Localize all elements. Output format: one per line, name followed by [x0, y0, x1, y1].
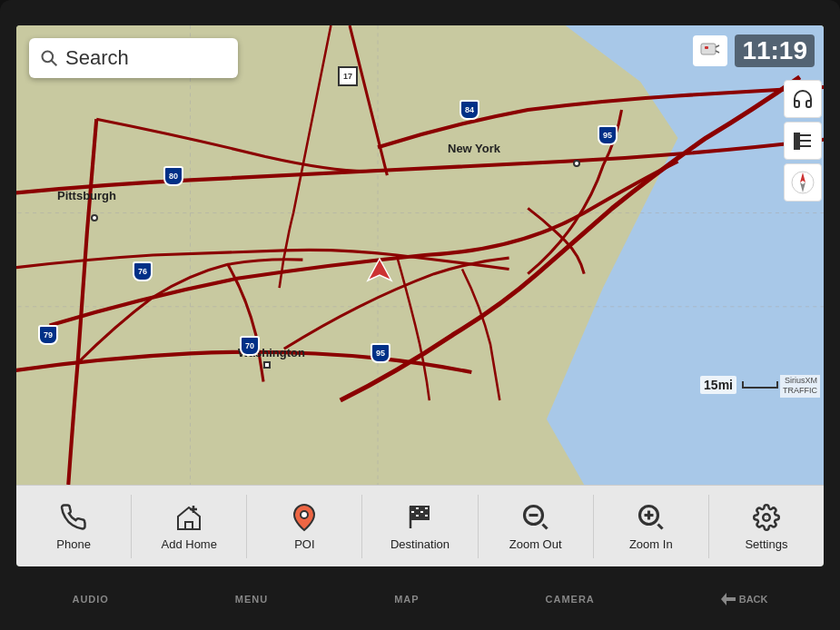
add-home-icon — [173, 501, 205, 534]
add-home-label: Add Home — [162, 537, 217, 551]
traffic-icon-box — [693, 35, 727, 66]
washington-marker — [263, 361, 271, 369]
poi-button[interactable]: POI — [247, 496, 361, 556]
svg-rect-37 — [424, 514, 429, 517]
siriusxm-label: SiriusXM TRAFFIC — [780, 375, 820, 398]
zoom-out-label: Zoom Out — [509, 537, 562, 551]
camera-button[interactable]: CAMERA — [546, 594, 595, 605]
svg-line-12 — [716, 51, 719, 53]
svg-point-7 — [43, 52, 54, 63]
svg-line-44 — [657, 525, 662, 529]
menu-button[interactable]: MENU — [235, 594, 268, 605]
zoom-in-label: Zoom In — [629, 537, 673, 551]
svg-rect-17 — [795, 139, 799, 143]
svg-rect-9 — [701, 44, 716, 54]
menu-list-button[interactable] — [784, 122, 822, 160]
search-bar[interactable]: Search — [29, 38, 238, 78]
clock-display: 11:19 — [735, 34, 815, 67]
svg-marker-46 — [721, 593, 736, 605]
settings-label: Settings — [745, 537, 787, 551]
settings-button[interactable]: Settings — [709, 496, 824, 556]
destination-icon — [403, 501, 436, 534]
back-button[interactable]: BACK — [721, 593, 768, 605]
headset-button[interactable] — [784, 80, 822, 118]
siriusxm-text: SiriusXM TRAFFIC — [780, 375, 820, 398]
svg-line-11 — [716, 45, 719, 47]
phone-label: Phone — [56, 537, 91, 551]
map-area[interactable]: Pittsburgh New York Washington 80 76 79 — [16, 25, 824, 485]
svg-point-24 — [301, 511, 308, 518]
settings-icon — [750, 501, 783, 534]
map-button[interactable]: MAP — [394, 594, 419, 605]
destination-button[interactable]: Destination — [362, 496, 477, 556]
scale-indicator: 15mi — [700, 376, 778, 394]
poi-label: POI — [294, 537, 314, 551]
zoom-out-icon — [519, 501, 552, 534]
zoom-in-button[interactable]: Zoom In — [594, 496, 708, 556]
zoom-out-button[interactable]: Zoom Out — [479, 496, 593, 556]
svg-point-45 — [763, 514, 770, 521]
compass-button[interactable] — [784, 163, 822, 202]
svg-rect-16 — [795, 133, 799, 138]
svg-line-8 — [52, 61, 57, 66]
navigation-screen: Pittsburgh New York Washington 80 76 79 — [16, 25, 824, 566]
phone-icon — [57, 501, 90, 534]
audio-button[interactable]: AUDIO — [72, 594, 108, 605]
outer-bezel: Pittsburgh New York Washington 80 76 79 — [0, 0, 840, 630]
back-arrow-icon — [721, 593, 736, 605]
scale-text: 15mi — [700, 376, 736, 394]
svg-rect-10 — [705, 46, 708, 49]
search-label: Search — [65, 46, 129, 70]
bottom-toolbar: Phone Add Home — [16, 485, 824, 566]
destination-label: Destination — [390, 537, 450, 551]
pittsburgh-marker — [91, 214, 98, 221]
zoom-in-icon — [635, 501, 667, 534]
clock-area: 11:19 — [693, 34, 815, 67]
scale-bar — [742, 381, 778, 389]
right-panel — [784, 80, 822, 202]
traffic-icon — [699, 43, 721, 59]
bottom-strip: AUDIO MENU MAP CAMERA BACK — [0, 568, 840, 630]
poi-icon — [288, 501, 321, 534]
add-home-button[interactable]: Add Home — [132, 496, 246, 556]
svg-line-40 — [542, 525, 547, 529]
search-icon — [40, 49, 58, 67]
svg-rect-18 — [795, 144, 799, 149]
newyork-marker — [573, 160, 580, 167]
phone-button[interactable]: Phone — [16, 496, 131, 556]
